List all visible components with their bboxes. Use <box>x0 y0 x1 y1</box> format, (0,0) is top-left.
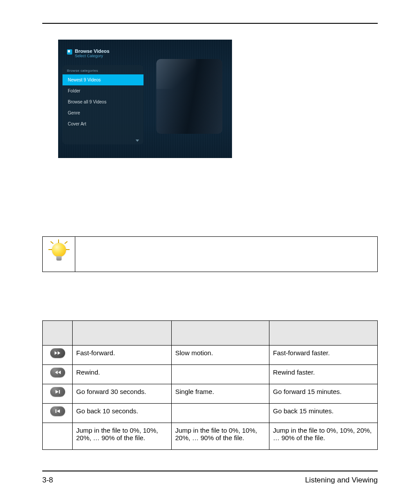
table-cell: Go back 15 minutes. <box>269 404 378 423</box>
lightbulb-icon <box>49 239 69 263</box>
table-cell: Fast-forward. <box>73 346 172 365</box>
page-footer: 3-8 Listening and Viewing <box>42 471 378 485</box>
screenshot-title-block: Browse Videos Select Category <box>67 48 110 58</box>
rewind-icon <box>50 368 65 377</box>
table-cell: Single frame. <box>172 384 269 404</box>
table-cell <box>172 404 269 423</box>
tip-box <box>42 236 378 272</box>
category-item[interactable]: Cover Art <box>63 118 144 129</box>
page: Browse Videos Select Category Browse cat… <box>0 0 420 504</box>
table-cell: Jump in the file to 0%, 10%, 20%, … 90% … <box>269 423 378 450</box>
controls-table: Fast-forward. Slow motion. Fast-forward … <box>42 320 378 450</box>
table-row: Jump in the file to 0%, 10%, 20%, … 90% … <box>43 423 378 450</box>
screenshot-figure: Browse Videos Select Category Browse cat… <box>58 40 378 158</box>
skip-back-icon <box>50 406 65 416</box>
category-panel-header: Browse categories <box>63 65 144 74</box>
screenshot-title-text: Browse Videos Select Category <box>75 48 110 58</box>
table-header <box>269 321 378 346</box>
svg-rect-1 <box>55 409 56 413</box>
tip-text-cell <box>75 237 378 272</box>
table-header <box>73 321 172 346</box>
key-cell <box>43 365 73 384</box>
table-row: Rewind. Rewind faster. <box>43 365 378 384</box>
table-row: Go forward 30 seconds. Single frame. Go … <box>43 384 378 404</box>
tv-icon <box>67 49 72 55</box>
key-cell <box>43 384 73 404</box>
top-rule <box>42 23 378 24</box>
category-panel: Browse categories Newest 9 Videos Folder… <box>63 65 144 144</box>
page-number: 3-8 <box>42 476 53 485</box>
screenshot-title: Browse Videos <box>75 48 110 54</box>
footer-rule <box>42 471 378 471</box>
table-cell: Jump in the file to 0%, 10%, 20%, … 90% … <box>172 423 269 450</box>
skip-forward-icon <box>50 387 65 397</box>
table-row: Go back 10 seconds. Go back 15 minutes. <box>43 404 378 423</box>
table-cell: Go forward 30 seconds. <box>73 384 172 404</box>
key-cell <box>43 423 73 450</box>
tip-icon-cell <box>43 237 75 272</box>
table-cell: Go back 10 seconds. <box>73 404 172 423</box>
category-item[interactable]: Folder <box>63 85 144 96</box>
category-item[interactable]: Browse all 9 Videos <box>63 96 144 107</box>
table-header-row <box>43 321 378 346</box>
screenshot-subtitle: Select Category <box>75 54 110 58</box>
table-cell: Rewind. <box>73 365 172 384</box>
key-cell <box>43 346 73 365</box>
table-header <box>43 321 73 346</box>
fast-forward-icon <box>50 348 65 358</box>
table-cell: Jump in the file to 0%, 10%, 20%, … 90% … <box>73 423 172 450</box>
table-cell: Slow motion. <box>172 346 269 365</box>
table-row: Fast-forward. Slow motion. Fast-forward … <box>43 346 378 365</box>
table-cell: Go forward 15 minutes. <box>269 384 378 404</box>
table-header <box>172 321 269 346</box>
media-ui-screenshot: Browse Videos Select Category Browse cat… <box>58 40 232 158</box>
section-title: Listening and Viewing <box>305 476 378 485</box>
chevron-down-icon <box>136 140 139 142</box>
table-cell: Fast-forward faster. <box>269 346 378 365</box>
table-cell: Rewind faster. <box>269 365 378 384</box>
svg-rect-0 <box>59 390 60 394</box>
category-item[interactable]: Genre <box>63 107 144 118</box>
table-cell <box>172 365 269 384</box>
key-cell <box>43 404 73 423</box>
preview-panel <box>156 59 222 134</box>
category-item-selected[interactable]: Newest 9 Videos <box>63 74 144 85</box>
